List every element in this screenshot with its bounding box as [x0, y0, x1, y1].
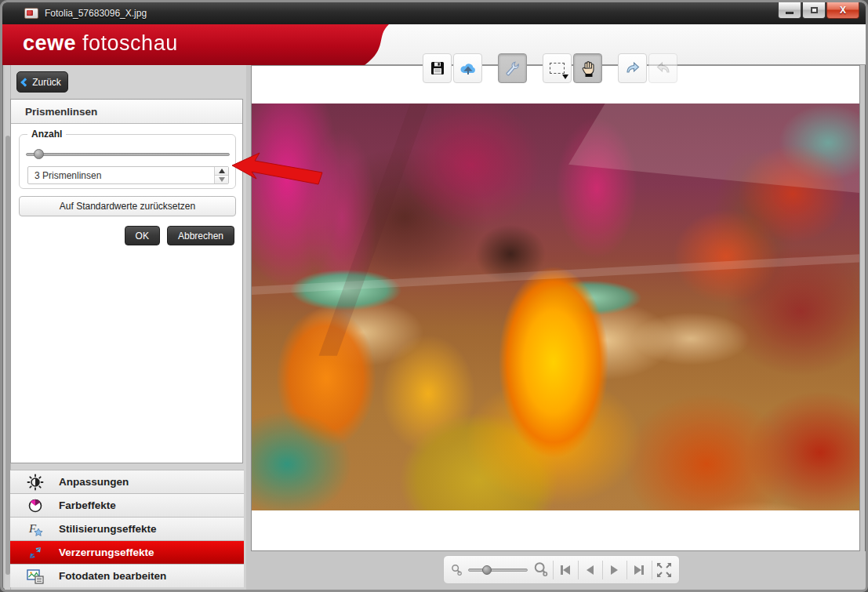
- sidebar-item-verzerrungseffekte[interactable]: Verzerrungseffekte: [10, 540, 244, 564]
- app-window: Fotolia_57683096_X.jpg X cewe fotoschau …: [0, 0, 868, 592]
- selection-icon: [550, 63, 565, 74]
- sidebar-item-label: Anpassungen: [59, 476, 129, 488]
- menu-hilfe[interactable]: Hilfe: [324, 69, 343, 80]
- last-image-icon: [641, 565, 644, 575]
- previous-image-icon: [587, 565, 594, 575]
- fullscreen-icon: [656, 561, 673, 579]
- close-button[interactable]: X: [826, 2, 859, 19]
- logo-light: fotoschau: [82, 31, 178, 55]
- upload-button[interactable]: [453, 53, 482, 83]
- sidebar-item-fotodaten[interactable]: Fotodaten bearbeiten: [10, 564, 244, 587]
- app-icon: [24, 8, 38, 19]
- sidebar: Zurück Prismenlinsen Anzahl 3 Prismenlin…: [5, 65, 246, 590]
- ok-button[interactable]: OK: [125, 226, 160, 245]
- zoom-slider-handle[interactable]: [482, 565, 492, 575]
- selection-tool-button[interactable]: [543, 53, 572, 83]
- app-logo: cewe fotoschau: [23, 31, 178, 56]
- brightness-icon: [26, 474, 45, 491]
- spinner-value[interactable]: 3 Prismenlinsen: [28, 167, 214, 183]
- back-label: Zurück: [32, 77, 61, 88]
- color-icon: [26, 497, 45, 514]
- back-button[interactable]: Zurück: [16, 71, 68, 93]
- photo-spice-market: [252, 104, 860, 510]
- count-slider[interactable]: [26, 149, 230, 160]
- reset-defaults-button[interactable]: Auf Standardwerte zurücksetzen: [19, 196, 236, 216]
- sidebar-item-farbeffekte[interactable]: Farbeffekte: [10, 493, 244, 517]
- zoom-out-icon[interactable]: [450, 562, 463, 578]
- sidebar-item-label: Farbeffekte: [59, 499, 116, 511]
- anzahl-label: Anzahl: [27, 129, 66, 140]
- minimize-button[interactable]: [778, 2, 801, 19]
- sidebar-item-anpassungen[interactable]: Anpassungen: [10, 470, 244, 493]
- maximize-icon: [811, 7, 818, 13]
- wrench-icon: [504, 60, 521, 77]
- main-toolbar: [423, 53, 679, 84]
- divider: [602, 561, 603, 579]
- hand-icon: [580, 60, 596, 77]
- adjust-tool-button[interactable]: [498, 53, 527, 83]
- sidebar-item-label: Fotodaten bearbeiten: [59, 570, 166, 582]
- spinner-buttons: [214, 167, 228, 183]
- effect-panel: Prismenlinsen Anzahl 3 Prismenlinsen Auf…: [10, 99, 243, 463]
- slider-track[interactable]: [26, 153, 230, 156]
- previous-image-button[interactable]: [581, 559, 599, 581]
- first-image-icon: [563, 565, 570, 575]
- slider-handle[interactable]: [34, 149, 44, 159]
- svg-text:F: F: [28, 522, 37, 535]
- last-image-icon: [634, 565, 641, 575]
- save-button[interactable]: [423, 53, 452, 83]
- menu-optionen[interactable]: Optionen: [261, 69, 301, 80]
- effect-categories: Anpassungen Farbeffekte F: [10, 470, 244, 587]
- divider: [626, 561, 627, 579]
- divider: [553, 561, 554, 579]
- spin-down-button[interactable]: [215, 176, 228, 183]
- photo-data-icon: [26, 568, 45, 585]
- sidebar-item-label: Stilisierungseffekte: [59, 523, 157, 535]
- upload-icon: [459, 60, 477, 76]
- sidebar-item-label: Verzerrungseffekte: [59, 547, 154, 558]
- arrow-up-icon: [219, 169, 225, 173]
- distortion-icon: [26, 544, 45, 561]
- sidebar-item-stilisierungseffekte[interactable]: F Stilisierungseffekte: [10, 517, 244, 540]
- cancel-button[interactable]: Abbrechen: [167, 226, 234, 245]
- window-controls: X: [778, 2, 859, 19]
- image-canvas[interactable]: [251, 65, 860, 551]
- chevron-left-icon: [20, 78, 29, 86]
- next-image-icon: [611, 565, 618, 575]
- hand-tool-button[interactable]: [573, 53, 602, 83]
- zoom-slider[interactable]: [468, 565, 528, 576]
- close-icon: X: [840, 5, 846, 16]
- minimize-icon: [786, 12, 794, 14]
- zoom-slider-track[interactable]: [468, 568, 528, 572]
- annotation-arrow: [231, 152, 325, 191]
- chevron-down-icon: [562, 74, 568, 79]
- spin-up-button[interactable]: [215, 167, 228, 176]
- divider: [652, 561, 652, 579]
- forward-button[interactable]: [618, 53, 647, 83]
- undo-button[interactable]: [648, 53, 677, 83]
- header: cewe fotoschau Optionen Hilfe: [2, 24, 866, 65]
- divider: [578, 561, 579, 579]
- dialog-buttons: OK Abbrechen: [125, 226, 234, 245]
- last-image-button[interactable]: [630, 559, 648, 581]
- arrow-down-icon: [219, 177, 225, 182]
- maximize-button[interactable]: [802, 2, 826, 19]
- fullscreen-button[interactable]: [655, 559, 673, 581]
- undo-icon: [655, 60, 672, 76]
- save-icon: [430, 60, 445, 76]
- anzahl-group: Anzahl 3 Prismenlinsen: [19, 134, 236, 189]
- zoom-toolbar: [443, 555, 680, 584]
- stylize-icon: F: [26, 521, 45, 538]
- forward-icon: [624, 60, 641, 76]
- window-title: Fotolia_57683096_X.jpg: [45, 8, 147, 19]
- next-image-button[interactable]: [606, 559, 624, 581]
- panel-title: Prismenlinsen: [11, 100, 242, 124]
- titlebar[interactable]: Fotolia_57683096_X.jpg X: [2, 2, 866, 24]
- logo-bold: cewe: [23, 31, 76, 55]
- count-spinner[interactable]: 3 Prismenlinsen: [27, 166, 229, 184]
- first-image-button[interactable]: [557, 559, 575, 581]
- zoom-in-icon[interactable]: [532, 560, 550, 580]
